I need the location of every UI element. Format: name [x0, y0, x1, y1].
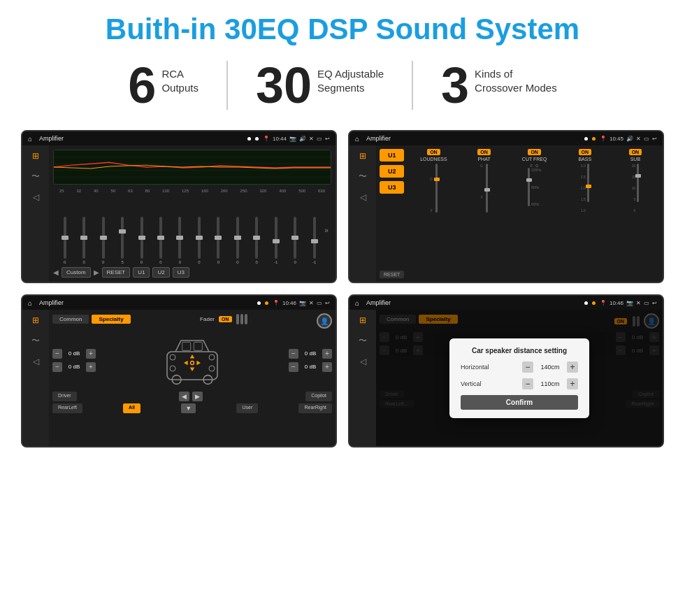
slider-track-9[interactable] — [217, 217, 219, 259]
all-btn[interactable]: All — [123, 403, 140, 413]
crossover-screen: ⌂ Amplifier 📍 10:46 📷 ✕ ▭ ↩ ⊞ 〜 ◁ — [21, 294, 337, 447]
tab-specialty[interactable]: Specialty — [92, 315, 130, 324]
down-arrow-btn[interactable]: ▼ — [181, 403, 196, 413]
fader-slider-2[interactable] — [240, 314, 243, 324]
home-icon-2: ⌂ — [355, 135, 359, 143]
amp-screen: ⌂ Amplifier 📍 10:45 🔊 ✕ ▭ ↩ ⊞ 〜 ◁ U1 — [348, 130, 664, 283]
slider-col-11: 0 — [248, 217, 266, 264]
speaker-icon-4[interactable]: ◁ — [360, 357, 366, 366]
vertical-minus-btn[interactable]: − — [522, 378, 533, 389]
slider-track-2[interactable] — [82, 217, 85, 259]
slider-track-7[interactable] — [178, 217, 181, 259]
slider-track-6[interactable] — [159, 217, 162, 259]
rearleft-btn[interactable]: RearLeft — [52, 403, 82, 413]
wave-icon[interactable]: 〜 — [31, 171, 40, 182]
phat-slider[interactable] — [486, 164, 488, 213]
slider-track-11[interactable] — [255, 217, 258, 259]
u3-btn-eq[interactable]: U3 — [173, 267, 189, 278]
slider-track-10[interactable] — [236, 217, 239, 259]
slider-track-13[interactable] — [294, 217, 296, 259]
loudness-slider[interactable] — [435, 164, 438, 213]
reset-btn-eq[interactable]: RESET — [102, 267, 131, 278]
slider-track-4[interactable] — [121, 217, 124, 259]
slider-track-12[interactable] — [275, 217, 277, 259]
slider-track-3[interactable] — [102, 217, 105, 259]
speaker-icon-3[interactable]: ◁ — [33, 357, 39, 366]
db-minus-1[interactable]: − — [52, 349, 62, 359]
profile-icon[interactable]: 👤 — [317, 313, 332, 329]
vertical-plus-btn[interactable]: + — [567, 378, 578, 389]
slider-track-14[interactable] — [313, 217, 316, 259]
wave-icon-4[interactable]: 〜 — [359, 335, 367, 347]
db-value-3: 0 dB — [301, 350, 320, 357]
eq-icon-2[interactable]: ⊞ — [359, 151, 366, 161]
sub-on[interactable]: ON — [629, 149, 642, 155]
right-arrow-btn[interactable]: ▶ — [192, 392, 203, 401]
fader-slider-1[interactable] — [236, 314, 239, 324]
eq-icon[interactable]: ⊞ — [32, 151, 39, 161]
db-plus-2[interactable]: + — [86, 362, 96, 372]
db-plus-4[interactable]: + — [322, 362, 332, 372]
preset-u2[interactable]: U2 — [380, 165, 404, 178]
slider-col-8: 0 — [190, 217, 208, 264]
slider-track-5[interactable] — [140, 217, 143, 259]
bass-slider[interactable] — [587, 164, 589, 202]
confirm-button[interactable]: Confirm — [461, 395, 578, 410]
wave-icon-2[interactable]: 〜 — [359, 171, 367, 182]
next-arrow[interactable]: ▶ — [94, 268, 99, 276]
down-arrow-row: ▼ — [181, 403, 196, 413]
eq-title: Amplifier — [39, 135, 243, 142]
prev-arrow[interactable]: ◀ — [53, 268, 59, 276]
fader-on[interactable]: ON — [219, 316, 232, 322]
car-diagram — [101, 332, 283, 388]
bottom-btns-2: RearLeft All ▼ User RearRight — [52, 403, 332, 413]
eq-sliders: 0 0 0 5 0 — [53, 196, 331, 264]
cutfreq-freq-labels: 100Hz 80Hz 60Hz — [531, 168, 541, 206]
speaker-icon-2[interactable]: ◁ — [360, 192, 366, 202]
db-minus-2[interactable]: − — [52, 362, 62, 372]
slider-col-4: 5 — [113, 217, 131, 264]
horizontal-minus-btn[interactable]: − — [522, 361, 533, 373]
status-dot-8 — [592, 301, 596, 305]
slider-track-1[interactable] — [64, 217, 66, 259]
eq-icon-3[interactable]: ⊞ — [32, 315, 39, 325]
slider-col-7: 0 — [171, 217, 189, 264]
loudness-on[interactable]: ON — [427, 149, 440, 155]
db-minus-3[interactable]: − — [289, 349, 298, 359]
wave-icon-3[interactable]: 〜 — [31, 335, 40, 347]
svg-point-13 — [209, 366, 215, 371]
amp-content: ⊞ 〜 ◁ U1 U2 U3 RESET ON LOUDNESS — [349, 145, 663, 282]
user-btn[interactable]: User — [236, 403, 258, 413]
copilot-btn[interactable]: Copilot — [305, 392, 332, 401]
preset-u1[interactable]: U1 — [380, 149, 404, 162]
speaker-icon[interactable]: ◁ — [33, 192, 39, 202]
u1-btn-eq[interactable]: U1 — [133, 267, 150, 278]
driver-btn[interactable]: Driver — [52, 392, 77, 401]
custom-btn[interactable]: Custom — [62, 267, 91, 278]
stat-eq-label: EQ AdjustableSegments — [317, 60, 384, 94]
loudness-ticks: G F — [430, 164, 433, 213]
u2-btn-eq[interactable]: U2 — [152, 267, 169, 278]
rearright-btn[interactable]: RearRight — [298, 403, 332, 413]
status-dot-2 — [255, 137, 259, 141]
phat-on[interactable]: ON — [477, 149, 491, 155]
dialog-overlay: Car speaker distance setting Horizontal … — [376, 310, 663, 446]
preset-u3[interactable]: U3 — [380, 181, 404, 194]
bass-on[interactable]: ON — [579, 149, 592, 155]
more-icon[interactable]: » — [324, 227, 329, 234]
left-arrow-btn[interactable]: ◀ — [179, 392, 189, 401]
fader-slider-3[interactable] — [245, 314, 247, 324]
db-plus-1[interactable]: + — [86, 349, 96, 359]
center-btns: ◀ ▶ — [179, 392, 203, 401]
reset-btn-amp[interactable]: RESET — [380, 271, 404, 278]
eq-icon-4[interactable]: ⊞ — [359, 315, 366, 325]
db-plus-3[interactable]: + — [322, 349, 332, 359]
cutfreq-on[interactable]: ON — [528, 149, 541, 155]
cutfreq-slider1[interactable] — [528, 168, 530, 206]
sub-slider[interactable] — [637, 164, 639, 202]
stat-eq-number: 30 — [256, 60, 312, 110]
tab-common[interactable]: Common — [52, 315, 89, 324]
slider-track-8[interactable] — [198, 217, 201, 259]
horizontal-plus-btn[interactable]: + — [567, 361, 578, 373]
db-minus-4[interactable]: − — [289, 362, 298, 372]
